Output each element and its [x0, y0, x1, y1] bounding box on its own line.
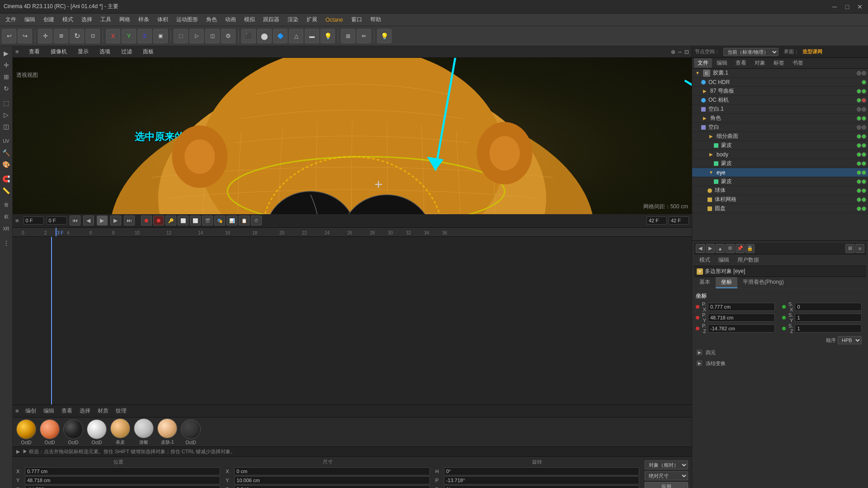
coord-input-sx[interactable] [795, 303, 862, 311]
tool-weight[interactable]: 权 [1, 211, 12, 222]
anim-btn-2[interactable]: ⬜ [178, 216, 189, 225]
tb-transform[interactable]: ⊡ [85, 29, 100, 43]
menu-render[interactable]: 渲染 [284, 15, 302, 24]
menu-mesh[interactable]: 网格 [116, 15, 134, 24]
obj-row-null1[interactable]: 空白.1 [692, 105, 868, 114]
prop-tab-userdata[interactable]: 用户数据 [734, 255, 763, 265]
coord-mode-select[interactable]: 对象（相对） [645, 460, 688, 469]
obj-row-87[interactable]: ▶ 87 弯曲板 [692, 87, 868, 96]
anim-btn-3[interactable]: ⬜ [190, 216, 201, 225]
tb-sphere[interactable]: ⬤ [257, 29, 272, 43]
vp-toggle-1[interactable]: ⊕ [671, 49, 675, 55]
material-item-2[interactable]: OctD [40, 419, 60, 445]
tb-y-axis[interactable]: Y [122, 29, 136, 43]
props-up-btn[interactable]: ▲ [716, 244, 725, 253]
size-y-input[interactable] [234, 476, 429, 484]
goto-start-btn[interactable]: ⏮ [70, 216, 80, 225]
tb-plane[interactable]: ▬ [305, 29, 319, 43]
menu-simulate[interactable]: 模拟 [241, 15, 259, 24]
material-item-8[interactable]: OctD [181, 419, 201, 445]
order-select[interactable]: HPB [838, 336, 862, 344]
window-controls[interactable]: ─ □ ✕ [830, 2, 864, 11]
props-pin-btn[interactable]: 📌 [736, 244, 745, 253]
close-button[interactable]: ✕ [855, 2, 864, 11]
tb-cube[interactable]: ⬛ [241, 29, 256, 43]
tb-undo[interactable]: ↩ [2, 29, 16, 43]
tool-measure[interactable]: 📏 [1, 185, 12, 196]
tb-points[interactable]: ⬚ [174, 29, 188, 43]
obj-row-vol-mesh[interactable]: 体积网格 [692, 195, 868, 204]
start-frame-field[interactable] [24, 216, 44, 225]
tool-more[interactable]: ⋮ [1, 238, 12, 249]
vp-menu-display[interactable]: 显示 [75, 47, 91, 56]
mat-menu-texture[interactable]: 纹理 [113, 406, 129, 416]
mat-menu-material[interactable]: 材质 [95, 406, 111, 416]
tool-rigging[interactable]: 骨 [1, 200, 12, 211]
obj-row-skin3[interactable]: 蒙皮 [692, 177, 868, 186]
tool-edges[interactable]: ▷ [1, 109, 12, 120]
minimize-button[interactable]: ─ [830, 2, 839, 11]
menu-tools[interactable]: 工具 [97, 15, 115, 24]
maximize-button[interactable]: □ [843, 2, 852, 11]
menu-file[interactable]: 文件 [2, 15, 20, 24]
size-x-input[interactable] [234, 467, 429, 475]
vp-menu-options[interactable]: 选项 [97, 47, 113, 56]
menu-extend[interactable]: 扩展 [303, 15, 321, 24]
tool-move[interactable]: ✛ [1, 60, 12, 70]
menu-help[interactable]: 帮助 [367, 15, 385, 24]
menu-window[interactable]: 窗口 [348, 15, 366, 24]
tb-polys[interactable]: ◫ [205, 29, 220, 43]
mat-menu-view[interactable]: 查看 [59, 406, 75, 416]
vp-menu-camera[interactable]: 摄像机 [48, 47, 70, 56]
size-z-input[interactable] [234, 485, 429, 488]
obj-row-subdiv[interactable]: ▶ 细分曲面 [692, 132, 868, 141]
prop-tab-coord[interactable]: 坐标 [716, 277, 737, 288]
vp-fullscreen[interactable]: ⊡ [684, 49, 689, 55]
tool-polys[interactable]: ◫ [1, 121, 12, 132]
tb-cylinder[interactable]: 🔷 [273, 29, 288, 43]
obj-row-skin2[interactable]: 蒙皮 [692, 159, 868, 168]
pos-y-input[interactable] [25, 476, 220, 484]
rot-h-input[interactable] [444, 467, 639, 475]
vp-toggle-2[interactable]: ↔ [677, 49, 683, 55]
menu-tracker[interactable]: 跟踪器 [259, 15, 283, 24]
coord-input-py[interactable] [708, 314, 775, 322]
next-frame-btn[interactable]: ▶ [110, 216, 121, 225]
tab-tags[interactable]: 标签 [770, 58, 788, 68]
material-item-5[interactable]: 表皮 [110, 418, 130, 446]
tb-z-axis[interactable]: Z [137, 29, 152, 43]
tool-points[interactable]: ⬚ [1, 98, 12, 108]
obj-row-body[interactable]: ▶ body [692, 150, 868, 159]
menu-animate[interactable]: 动画 [222, 15, 240, 24]
props-list-btn[interactable]: ≡ [855, 244, 864, 253]
obj-row-skin1[interactable]: 蒙皮 [692, 141, 868, 150]
node-space-select[interactable]: 当前（标准/物理） [723, 48, 778, 56]
tb-light[interactable]: 💡 [321, 29, 335, 43]
props-layout-btn[interactable]: ⊞ [845, 244, 854, 253]
mat-menu-create[interactable]: 编创 [23, 406, 39, 416]
tb-paint[interactable]: ✏ [357, 29, 371, 43]
prev-frame-btn[interactable]: ◀ [83, 216, 94, 225]
coord-input-pz[interactable] [708, 324, 775, 333]
tool-rotate[interactable]: ↻ [1, 83, 12, 94]
obj-row-oc-camera[interactable]: OC 相机 [692, 96, 868, 105]
subsection-freeze-header[interactable]: ▶ 冻结变换 [694, 359, 866, 368]
tab-file[interactable]: 文件 [694, 58, 712, 68]
collapse-freeze[interactable]: ▶ [697, 361, 702, 366]
record-active-btn[interactable]: ⏺ [153, 216, 164, 225]
tb-settings[interactable]: ⚙ [221, 29, 236, 43]
size-mode-select[interactable]: 绝对尺寸 [645, 471, 688, 480]
anim-btn-8[interactable]: ⏱ [251, 216, 262, 225]
collapse-quaternion[interactable]: ▶ [697, 350, 702, 355]
anim-btn-4[interactable]: 🎬 [202, 216, 213, 225]
props-filter-btn[interactable]: ⚙ [726, 244, 735, 253]
menu-octane[interactable]: Octane [322, 16, 347, 24]
menu-character[interactable]: 角色 [203, 15, 221, 24]
vp-menu-view[interactable]: 查看 [26, 47, 42, 56]
menu-edit[interactable]: 编辑 [21, 15, 39, 24]
coord-input-px[interactable] [708, 303, 775, 311]
tool-sculpt[interactable]: 🔨 [1, 147, 12, 158]
props-next-btn[interactable]: ▶ [706, 244, 715, 253]
rot-b-input[interactable] [444, 485, 639, 488]
anim-btn-1[interactable]: 🔑 [165, 216, 176, 225]
